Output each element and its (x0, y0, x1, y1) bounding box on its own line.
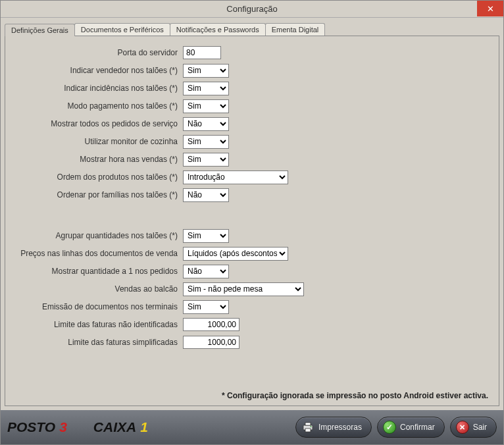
select-indicar-incidencias[interactable]: Sim (183, 82, 229, 95)
x-circle-icon: ✕ (456, 421, 469, 434)
footnote: * Configuração ignorada se impressão no … (12, 388, 492, 403)
label-limite-faturas-nao-id: Limite das faturas não identificadas (12, 320, 183, 329)
select-ordenar-familias[interactable]: Não (183, 188, 229, 202)
label-emissao-docs-terminais: Emissão de documentos nos terminais (12, 302, 183, 311)
label-porta-servidor: Porta do servidor (12, 48, 183, 57)
label-ordenar-familias: Ordenar por famílias nos talões (*) (12, 190, 183, 199)
caixa-label: CAIXA (93, 419, 136, 435)
footer-info: POSTO 3 CAIXA 1 (7, 419, 148, 435)
label-vendas-balcao: Vendas ao balcão (12, 284, 183, 294)
posto-label: POSTO (7, 419, 55, 435)
select-modo-pagamento[interactable]: Sim (183, 99, 229, 113)
select-mostrar-hora-vendas[interactable]: Sim (183, 153, 229, 167)
close-icon: ✕ (487, 4, 494, 14)
select-indicar-vendedor[interactable]: Sim (183, 64, 229, 78)
select-precos-linhas[interactable]: Líquidos (após descontos) (183, 247, 288, 261)
sair-label: Sair (473, 423, 487, 432)
select-agrupar-quantidades[interactable]: Sim (183, 229, 229, 243)
select-mostrar-pedidos-servico[interactable]: Não (183, 117, 229, 131)
label-ordem-produtos: Ordem dos produtos nos talões (*) (12, 172, 183, 182)
confirmar-button[interactable]: ✓ Confirmar (377, 417, 445, 438)
select-mostrar-qtd-1[interactable]: Não (183, 265, 229, 278)
svg-point-3 (311, 426, 312, 427)
svg-rect-1 (305, 423, 311, 425)
select-monitor-cozinha[interactable]: Sim (183, 135, 229, 149)
content-panel: Porta do servidor Indicar vendedor nos t… (5, 36, 499, 406)
label-agrupar-quantidades: Agrupar quantidades nos talões (*) (12, 231, 183, 240)
close-button[interactable]: ✕ (477, 1, 503, 16)
label-mostrar-qtd-1: Mostrar quantidade a 1 nos pedidos (12, 267, 183, 276)
sair-button[interactable]: ✕ Sair (450, 417, 497, 438)
confirmar-label: Confirmar (400, 423, 435, 432)
form: Porta do servidor Indicar vendedor nos t… (12, 45, 492, 353)
input-limite-faturas-nao-id[interactable] (183, 318, 239, 331)
label-mostrar-hora-vendas: Mostrar hora nas vendas (*) (12, 155, 183, 164)
select-vendas-balcao[interactable]: Sim - não pede mesa (183, 282, 304, 296)
titlebar: Configuração ✕ (1, 1, 503, 18)
label-mostrar-pedidos-servico: Mostrar todos os pedidos de serviço (12, 119, 183, 128)
label-limite-faturas-simpl: Limite das faturas simplificadas (12, 338, 183, 347)
tab-documentos-perifericos[interactable]: Documentos e Periféricos (74, 23, 170, 36)
select-ordem-produtos[interactable]: Introdução (183, 170, 288, 184)
tab-definicoes-gerais[interactable]: Definições Gerais (5, 24, 75, 36)
label-monitor-cozinha: Utilizar monitor de cozinha (12, 137, 183, 146)
window-title: Configuração (226, 4, 277, 14)
impressoras-button[interactable]: Impressoras (295, 417, 372, 438)
config-window: Configuração ✕ Definições Gerais Documen… (0, 0, 504, 445)
posto-number: 3 (59, 419, 67, 435)
label-modo-pagamento: Modo pagamento nos talões (*) (12, 101, 183, 111)
tab-ementa-digital[interactable]: Ementa Digital (265, 23, 326, 36)
caixa-number: 1 (140, 419, 148, 435)
printer-icon (301, 421, 315, 434)
impressoras-label: Impressoras (318, 423, 362, 432)
tab-bar: Definições Gerais Documentos e Periféric… (5, 23, 499, 36)
tab-notificacoes-passwords[interactable]: Notificações e Passwords (170, 23, 266, 36)
label-precos-linhas: Preços nas linhas dos documentos de vend… (12, 249, 183, 258)
check-circle-icon: ✓ (383, 421, 396, 434)
footer-bar: POSTO 3 CAIXA 1 Impressoras ✓ Confirma (1, 410, 503, 444)
label-indicar-vendedor: Indicar vendedor nos talões (*) (12, 66, 183, 75)
input-porta-servidor[interactable] (183, 46, 221, 59)
select-emissao-docs-terminais[interactable]: Sim (183, 300, 229, 314)
svg-rect-2 (305, 429, 311, 432)
label-indicar-incidencias: Indicar incidências nos talões (*) (12, 84, 183, 93)
input-limite-faturas-simpl[interactable] (183, 336, 239, 349)
